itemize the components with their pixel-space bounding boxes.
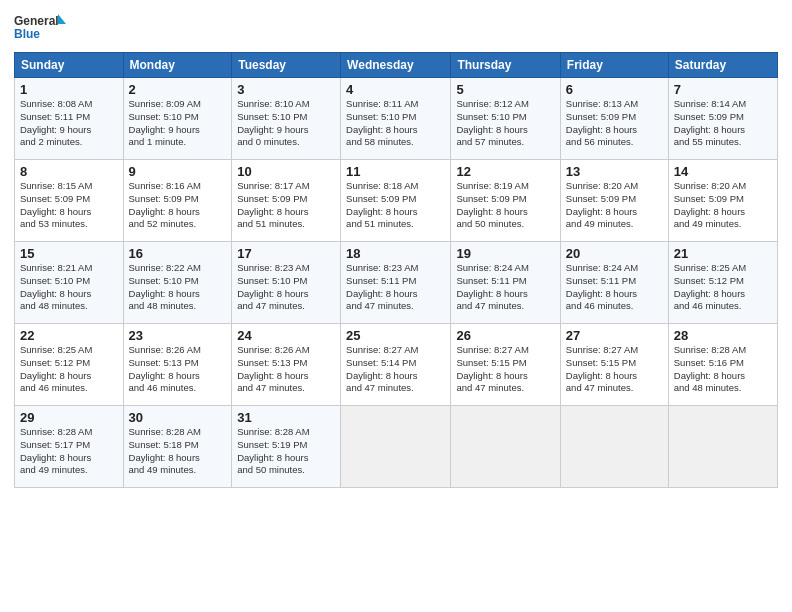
day-of-week-header: Sunday — [15, 53, 124, 78]
calendar-cell: 28Sunrise: 8:28 AM Sunset: 5:16 PM Dayli… — [668, 324, 777, 406]
day-of-week-header: Thursday — [451, 53, 560, 78]
calendar-cell — [560, 406, 668, 488]
day-number: 21 — [674, 246, 772, 261]
calendar-cell: 15Sunrise: 8:21 AM Sunset: 5:10 PM Dayli… — [15, 242, 124, 324]
day-info: Sunrise: 8:20 AM Sunset: 5:09 PM Dayligh… — [566, 180, 663, 231]
day-info: Sunrise: 8:09 AM Sunset: 5:10 PM Dayligh… — [129, 98, 227, 149]
day-number: 8 — [20, 164, 118, 179]
day-number: 14 — [674, 164, 772, 179]
calendar-cell: 13Sunrise: 8:20 AM Sunset: 5:09 PM Dayli… — [560, 160, 668, 242]
svg-marker-1 — [58, 14, 66, 24]
calendar-cell — [341, 406, 451, 488]
day-info: Sunrise: 8:23 AM Sunset: 5:10 PM Dayligh… — [237, 262, 335, 313]
calendar-cell: 18Sunrise: 8:23 AM Sunset: 5:11 PM Dayli… — [341, 242, 451, 324]
day-info: Sunrise: 8:14 AM Sunset: 5:09 PM Dayligh… — [674, 98, 772, 149]
calendar-cell: 25Sunrise: 8:27 AM Sunset: 5:14 PM Dayli… — [341, 324, 451, 406]
day-number: 30 — [129, 410, 227, 425]
calendar-cell: 7Sunrise: 8:14 AM Sunset: 5:09 PM Daylig… — [668, 78, 777, 160]
day-number: 27 — [566, 328, 663, 343]
calendar-cell: 20Sunrise: 8:24 AM Sunset: 5:11 PM Dayli… — [560, 242, 668, 324]
day-number: 6 — [566, 82, 663, 97]
calendar-cell: 17Sunrise: 8:23 AM Sunset: 5:10 PM Dayli… — [232, 242, 341, 324]
day-info: Sunrise: 8:10 AM Sunset: 5:10 PM Dayligh… — [237, 98, 335, 149]
day-of-week-header: Monday — [123, 53, 232, 78]
day-number: 19 — [456, 246, 554, 261]
day-number: 11 — [346, 164, 445, 179]
day-number: 16 — [129, 246, 227, 261]
header: GeneralBlue — [14, 10, 778, 46]
calendar-cell: 2Sunrise: 8:09 AM Sunset: 5:10 PM Daylig… — [123, 78, 232, 160]
day-info: Sunrise: 8:28 AM Sunset: 5:17 PM Dayligh… — [20, 426, 118, 477]
day-info: Sunrise: 8:25 AM Sunset: 5:12 PM Dayligh… — [674, 262, 772, 313]
calendar-cell: 16Sunrise: 8:22 AM Sunset: 5:10 PM Dayli… — [123, 242, 232, 324]
day-info: Sunrise: 8:28 AM Sunset: 5:18 PM Dayligh… — [129, 426, 227, 477]
day-number: 1 — [20, 82, 118, 97]
calendar-cell: 9Sunrise: 8:16 AM Sunset: 5:09 PM Daylig… — [123, 160, 232, 242]
day-number: 26 — [456, 328, 554, 343]
day-info: Sunrise: 8:28 AM Sunset: 5:16 PM Dayligh… — [674, 344, 772, 395]
day-info: Sunrise: 8:24 AM Sunset: 5:11 PM Dayligh… — [566, 262, 663, 313]
day-info: Sunrise: 8:17 AM Sunset: 5:09 PM Dayligh… — [237, 180, 335, 231]
calendar-cell: 11Sunrise: 8:18 AM Sunset: 5:09 PM Dayli… — [341, 160, 451, 242]
day-number: 24 — [237, 328, 335, 343]
day-info: Sunrise: 8:13 AM Sunset: 5:09 PM Dayligh… — [566, 98, 663, 149]
calendar-cell: 22Sunrise: 8:25 AM Sunset: 5:12 PM Dayli… — [15, 324, 124, 406]
day-info: Sunrise: 8:23 AM Sunset: 5:11 PM Dayligh… — [346, 262, 445, 313]
calendar-cell: 3Sunrise: 8:10 AM Sunset: 5:10 PM Daylig… — [232, 78, 341, 160]
day-info: Sunrise: 8:26 AM Sunset: 5:13 PM Dayligh… — [237, 344, 335, 395]
day-number: 4 — [346, 82, 445, 97]
day-number: 28 — [674, 328, 772, 343]
day-number: 25 — [346, 328, 445, 343]
day-info: Sunrise: 8:15 AM Sunset: 5:09 PM Dayligh… — [20, 180, 118, 231]
day-number: 2 — [129, 82, 227, 97]
calendar-cell: 26Sunrise: 8:27 AM Sunset: 5:15 PM Dayli… — [451, 324, 560, 406]
day-number: 22 — [20, 328, 118, 343]
logo-svg: GeneralBlue — [14, 10, 66, 46]
day-number: 29 — [20, 410, 118, 425]
calendar-cell: 29Sunrise: 8:28 AM Sunset: 5:17 PM Dayli… — [15, 406, 124, 488]
day-number: 12 — [456, 164, 554, 179]
calendar-cell: 12Sunrise: 8:19 AM Sunset: 5:09 PM Dayli… — [451, 160, 560, 242]
day-number: 5 — [456, 82, 554, 97]
day-info: Sunrise: 8:08 AM Sunset: 5:11 PM Dayligh… — [20, 98, 118, 149]
day-info: Sunrise: 8:20 AM Sunset: 5:09 PM Dayligh… — [674, 180, 772, 231]
calendar-cell: 4Sunrise: 8:11 AM Sunset: 5:10 PM Daylig… — [341, 78, 451, 160]
calendar-table: SundayMondayTuesdayWednesdayThursdayFrid… — [14, 52, 778, 488]
day-info: Sunrise: 8:11 AM Sunset: 5:10 PM Dayligh… — [346, 98, 445, 149]
day-info: Sunrise: 8:22 AM Sunset: 5:10 PM Dayligh… — [129, 262, 227, 313]
day-number: 7 — [674, 82, 772, 97]
day-info: Sunrise: 8:16 AM Sunset: 5:09 PM Dayligh… — [129, 180, 227, 231]
day-number: 3 — [237, 82, 335, 97]
calendar-cell: 23Sunrise: 8:26 AM Sunset: 5:13 PM Dayli… — [123, 324, 232, 406]
calendar-cell: 27Sunrise: 8:27 AM Sunset: 5:15 PM Dayli… — [560, 324, 668, 406]
day-number: 17 — [237, 246, 335, 261]
day-number: 31 — [237, 410, 335, 425]
day-number: 10 — [237, 164, 335, 179]
calendar-cell — [451, 406, 560, 488]
calendar-cell: 10Sunrise: 8:17 AM Sunset: 5:09 PM Dayli… — [232, 160, 341, 242]
day-of-week-header: Tuesday — [232, 53, 341, 78]
day-of-week-header: Friday — [560, 53, 668, 78]
calendar-cell: 14Sunrise: 8:20 AM Sunset: 5:09 PM Dayli… — [668, 160, 777, 242]
day-number: 9 — [129, 164, 227, 179]
day-info: Sunrise: 8:21 AM Sunset: 5:10 PM Dayligh… — [20, 262, 118, 313]
day-of-week-header: Saturday — [668, 53, 777, 78]
day-info: Sunrise: 8:27 AM Sunset: 5:15 PM Dayligh… — [456, 344, 554, 395]
calendar-cell: 21Sunrise: 8:25 AM Sunset: 5:12 PM Dayli… — [668, 242, 777, 324]
calendar-cell: 5Sunrise: 8:12 AM Sunset: 5:10 PM Daylig… — [451, 78, 560, 160]
calendar-cell: 8Sunrise: 8:15 AM Sunset: 5:09 PM Daylig… — [15, 160, 124, 242]
day-of-week-header: Wednesday — [341, 53, 451, 78]
day-info: Sunrise: 8:12 AM Sunset: 5:10 PM Dayligh… — [456, 98, 554, 149]
day-info: Sunrise: 8:24 AM Sunset: 5:11 PM Dayligh… — [456, 262, 554, 313]
svg-text:General: General — [14, 14, 59, 28]
day-number: 15 — [20, 246, 118, 261]
logo: GeneralBlue — [14, 10, 66, 46]
svg-text:Blue: Blue — [14, 27, 40, 41]
calendar-cell — [668, 406, 777, 488]
calendar-cell: 30Sunrise: 8:28 AM Sunset: 5:18 PM Dayli… — [123, 406, 232, 488]
calendar-cell: 24Sunrise: 8:26 AM Sunset: 5:13 PM Dayli… — [232, 324, 341, 406]
day-info: Sunrise: 8:27 AM Sunset: 5:14 PM Dayligh… — [346, 344, 445, 395]
calendar-cell: 31Sunrise: 8:28 AM Sunset: 5:19 PM Dayli… — [232, 406, 341, 488]
day-number: 13 — [566, 164, 663, 179]
calendar-cell: 1Sunrise: 8:08 AM Sunset: 5:11 PM Daylig… — [15, 78, 124, 160]
